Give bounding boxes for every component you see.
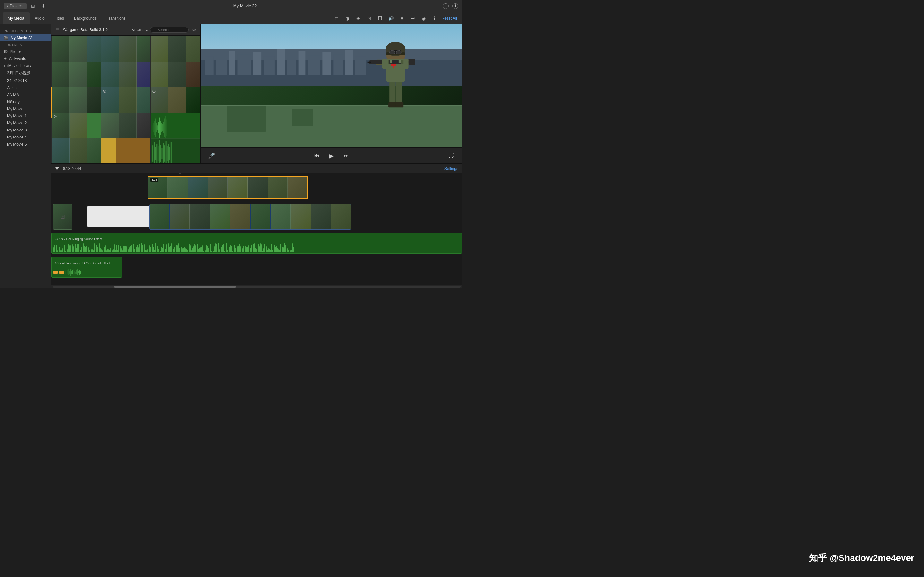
svg-rect-36 <box>237 55 250 75</box>
svg-rect-86 <box>79 269 79 275</box>
volume-icon[interactable]: 🔊 <box>387 15 395 22</box>
mic-button[interactable]: 🎤 <box>207 151 216 160</box>
timeline-header: 0:13 / 0:44 Settings <box>51 164 462 173</box>
audio-label-2: 3.2s – Flashbang CS GO Sound Effect <box>55 261 110 265</box>
color-icon[interactable]: ◑ <box>344 15 351 22</box>
nav-down-icon[interactable]: ⬇ <box>39 2 47 10</box>
sidebar-item-hi8tugy[interactable]: hi8tugy <box>0 98 51 105</box>
media-thumb-13[interactable] <box>52 138 101 163</box>
settings-button[interactable]: ⚙ <box>191 26 198 33</box>
svg-rect-25 <box>163 143 164 163</box>
crop-icon[interactable]: ⊡ <box>365 15 373 22</box>
svg-rect-82 <box>75 272 75 274</box>
tab-audio[interactable]: Audio <box>29 12 50 24</box>
eq-icon[interactable]: ≡ <box>398 15 406 22</box>
media-thumb-14[interactable] <box>102 138 150 163</box>
sidebar-item-my-movie-2[interactable]: My Movie 2 <box>0 119 51 127</box>
svg-rect-80 <box>73 269 73 275</box>
sidebar-item-altale[interactable]: Altale <box>0 84 51 91</box>
svg-rect-66 <box>403 59 409 69</box>
svg-rect-26 <box>164 145 165 161</box>
search-input[interactable] <box>150 27 189 33</box>
svg-rect-31 <box>171 142 172 163</box>
svg-rect-24 <box>162 148 162 159</box>
transform-icon[interactable]: ◻ <box>333 15 341 22</box>
sidebar-item-my-movie-lib[interactable]: My Movie <box>0 105 51 113</box>
sidebar-toggle-button[interactable]: ☰ <box>54 26 61 33</box>
toolbar: My Media Audio Titles Backgrounds Transi… <box>0 12 462 24</box>
timeline-settings-button[interactable]: Settings <box>444 166 458 171</box>
sidebar-item-my-movie-5[interactable]: My Movie 5 <box>0 141 51 148</box>
grid-view-icon[interactable]: ⊞ <box>29 2 37 10</box>
spinner-9: ⊙ <box>152 89 156 93</box>
timeline-scroll[interactable]: 4.0s <box>51 173 462 285</box>
svg-rect-70 <box>401 60 403 64</box>
window-control-2[interactable]: ⬆ <box>452 3 458 9</box>
svg-rect-1 <box>153 123 154 132</box>
window-control-1[interactable] <box>443 3 449 9</box>
audio-clip-2[interactable]: 3.2s – Flashbang CS GO Sound Effect <box>51 257 122 277</box>
svg-rect-71 <box>53 271 58 274</box>
tab-titles[interactable]: Titles <box>50 12 69 24</box>
video-preview <box>200 24 462 147</box>
reset-all-button[interactable]: Reset All <box>442 16 457 21</box>
svg-rect-3 <box>156 119 156 137</box>
svg-rect-9 <box>161 123 162 132</box>
tab-backgrounds[interactable]: Backgrounds <box>69 12 102 24</box>
svg-rect-11 <box>163 122 164 133</box>
media-thumb-15[interactable] <box>151 138 200 163</box>
fullscreen-button[interactable]: ⛶ <box>447 151 456 160</box>
sidebar-item-my-movie-4[interactable]: My Movie 4 <box>0 134 51 141</box>
sidebar-item-all-events[interactable]: ✦ All Events <box>0 55 51 62</box>
media-grid: 8.3s + ⊙ <box>51 35 200 163</box>
audio-clip-1[interactable]: 37.5s – Ear Ringing Sound Effect // gene… <box>51 233 462 253</box>
sidebar-item-my-movie[interactable]: 🎬 My Movie 22 <box>0 34 51 41</box>
sidebar-march-label: 3月1日小视频 <box>7 71 31 76</box>
timeline-scrollbar[interactable] <box>51 285 462 288</box>
titlebar-left: ‹ Projects ⊞ ⬇ <box>4 2 47 10</box>
playhead[interactable] <box>180 173 180 285</box>
sidebar-anima-label: ANiMA <box>7 93 19 97</box>
noise-icon[interactable]: ◉ <box>420 15 428 22</box>
svg-rect-8 <box>160 121 161 135</box>
speedometer-icon[interactable]: ↩ <box>409 15 417 22</box>
main-content: PROJECT MEDIA 🎬 My Movie 22 LIBRARIES 🖼 … <box>0 24 462 288</box>
sidebar-photos-label: Photos <box>10 49 21 54</box>
play-button[interactable]: ▶ <box>326 151 336 161</box>
tree-expand-icon: ▾ <box>4 64 5 68</box>
svg-rect-81 <box>74 271 74 274</box>
filter-icon[interactable]: ◈ <box>355 15 362 22</box>
svg-rect-4 <box>156 123 157 132</box>
sidebar-item-my-movie-1[interactable]: My Movie 1 <box>0 113 51 119</box>
tab-my-media[interactable]: My Media <box>3 12 29 24</box>
svg-rect-19 <box>155 147 156 160</box>
sidebar-item-anima[interactable]: ANiMA <box>0 91 51 98</box>
projects-button[interactable]: ‹ Projects <box>4 3 27 9</box>
all-clips-button[interactable]: All Clips ⌄ <box>132 28 148 32</box>
playhead-indicator-icon <box>55 167 59 170</box>
small-clip-left[interactable]: ⊞ <box>53 204 72 229</box>
sidebar-item-photos[interactable]: 🖼 Photos <box>0 48 51 55</box>
forward-button[interactable]: ⏭ <box>342 151 351 160</box>
upper-video-clip[interactable]: 4.0s <box>148 176 308 199</box>
svg-rect-40 <box>287 53 296 75</box>
svg-rect-38 <box>264 56 275 75</box>
window-title: My Movie 22 <box>233 3 257 8</box>
sidebar-item-my-movie-3[interactable]: My Movie 3 <box>0 127 51 134</box>
svg-rect-22 <box>159 140 160 163</box>
sidebar-item-24-02-2018[interactable]: 24-02-2018 <box>0 77 51 84</box>
sidebar-imovie-library-label: iMovie Library <box>7 63 31 68</box>
sidebar-item-march-videos[interactable]: 3月1日小视频 <box>0 69 51 77</box>
sidebar-item-imovie-library[interactable]: ▾ iMovie Library <box>0 62 51 69</box>
rewind-button[interactable]: ⏮ <box>312 151 321 160</box>
gear-icon: ⚙ <box>192 27 196 32</box>
timeline-time-area: 0:13 / 0:44 <box>55 166 81 171</box>
svg-rect-12 <box>164 119 164 137</box>
tab-transitions[interactable]: Transitions <box>102 12 131 24</box>
chevron-left-icon: ‹ <box>7 4 8 8</box>
svg-rect-87 <box>80 271 81 274</box>
scrollbar-thumb[interactable] <box>114 285 236 287</box>
svg-rect-37 <box>253 52 262 75</box>
info-icon[interactable]: ℹ <box>431 15 439 22</box>
camera-icon[interactable]: 🎞 <box>376 15 384 22</box>
